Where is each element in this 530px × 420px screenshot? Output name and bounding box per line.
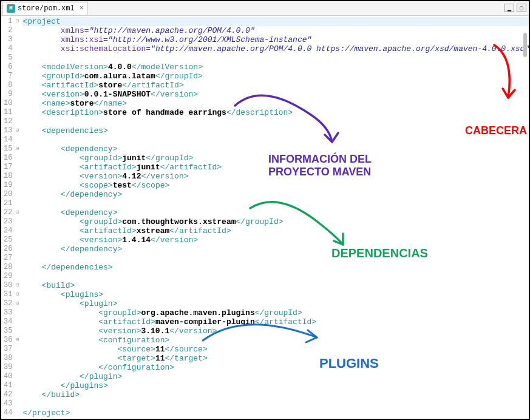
- line-number: 32⊟: [4, 299, 19, 308]
- line-number: 35: [4, 327, 19, 336]
- fold-toggle-icon[interactable]: ⊟: [13, 208, 19, 217]
- code-line[interactable]: xsi:schemaLocation="http://maven.apache.…: [22, 44, 529, 53]
- line-number: 31⊟: [4, 290, 19, 299]
- code-line[interactable]: <scope>test</scope>: [22, 181, 529, 190]
- fold-toggle-icon[interactable]: ⊟: [13, 336, 19, 345]
- code-line[interactable]: <version>0.0.1-SNAPSHOT</version>: [22, 90, 529, 99]
- line-number: 16: [4, 154, 19, 163]
- line-number: 17: [4, 163, 19, 172]
- line-number: 37: [4, 345, 19, 354]
- code-content[interactable]: <project xmlns="http://maven.apache.org/…: [22, 16, 529, 419]
- vertical-scrollbar[interactable]: [523, 33, 527, 57]
- line-number: 4: [4, 44, 19, 53]
- code-line[interactable]: [22, 53, 529, 63]
- line-number: 42: [4, 390, 19, 399]
- line-number: 34: [4, 317, 19, 327]
- code-line[interactable]: <plugin>: [22, 299, 529, 308]
- code-line[interactable]: <groupId>com.thoughtworks.xstream</group…: [22, 217, 529, 226]
- code-line[interactable]: <modelVersion>4.0.0</modelVersion>: [22, 63, 529, 72]
- code-line[interactable]: <version>3.10.1</version>: [22, 327, 529, 336]
- code-line[interactable]: xmlns="http://maven.apache.org/POM/4.0.0…: [22, 26, 529, 35]
- code-line[interactable]: <groupId>com.alura.latam</groupId>: [22, 72, 529, 81]
- fold-toggle-icon[interactable]: ⊟: [13, 299, 19, 308]
- file-tab[interactable]: M store/pom.xml ×: [2, 2, 88, 15]
- code-line[interactable]: </dependency>: [22, 190, 529, 199]
- fold-toggle-icon[interactable]: ⊟: [13, 281, 19, 290]
- line-number: 3: [4, 35, 19, 44]
- code-line[interactable]: </dependencies>: [22, 263, 529, 272]
- code-line[interactable]: [22, 399, 529, 408]
- window-controls: ▁ ▢: [505, 4, 526, 12]
- code-line[interactable]: <dependency>: [22, 208, 529, 217]
- code-line[interactable]: <target>11</target>: [22, 354, 529, 363]
- code-line[interactable]: <name>store</name>: [22, 99, 529, 108]
- code-line[interactable]: [22, 254, 529, 263]
- line-number: 9: [4, 90, 19, 99]
- fold-toggle-icon[interactable]: ⊟: [13, 290, 19, 299]
- fold-toggle-icon[interactable]: ⊟: [13, 17, 19, 26]
- line-number: 43: [4, 399, 19, 408]
- line-number: 29: [4, 272, 19, 281]
- line-number: 2: [4, 26, 19, 35]
- code-line[interactable]: [22, 135, 529, 144]
- code-line[interactable]: <groupId>junit</groupId>: [22, 154, 529, 163]
- fold-toggle-icon[interactable]: ⊟: [13, 126, 19, 135]
- line-number: 28: [4, 263, 19, 272]
- maximize-button[interactable]: ▢: [517, 4, 526, 12]
- line-number: 19: [4, 181, 19, 190]
- code-line[interactable]: <groupId>org.apache.maven.plugins</group…: [22, 308, 529, 317]
- tab-close-button[interactable]: ×: [80, 4, 84, 13]
- minimize-button[interactable]: ▁: [505, 4, 514, 12]
- code-line[interactable]: [22, 272, 529, 281]
- code-editor[interactable]: 1⊟2345678910111213⊟1415⊟16171819202122⊟2…: [1, 16, 529, 419]
- line-number: 5: [4, 53, 19, 63]
- line-number: 20: [4, 190, 19, 199]
- line-number: 7: [4, 72, 19, 81]
- code-line[interactable]: </build>: [22, 390, 529, 399]
- code-line[interactable]: <version>1.4.14</version>: [22, 235, 529, 245]
- fold-toggle-icon[interactable]: ⊟: [13, 144, 19, 154]
- line-number: 8: [4, 81, 19, 90]
- line-number: 26: [4, 245, 19, 254]
- tab-filename: store/pom.xml: [18, 4, 75, 13]
- code-line[interactable]: </plugins>: [22, 381, 529, 390]
- code-line[interactable]: <artifactId>store</artifactId>: [22, 81, 529, 90]
- line-number: 36⊟: [4, 336, 19, 345]
- code-line[interactable]: <project: [22, 17, 529, 26]
- line-number: 33: [4, 308, 19, 317]
- line-number: 21: [4, 199, 19, 208]
- code-line[interactable]: <artifactId>maven-compiler-plugin</artif…: [22, 317, 529, 327]
- code-line[interactable]: [22, 117, 529, 126]
- code-line[interactable]: </configuration>: [22, 363, 529, 372]
- code-line[interactable]: <source>11</source>: [22, 345, 529, 354]
- code-line[interactable]: <artifactId>junit</artifactId>: [22, 163, 529, 172]
- line-number: 39: [4, 363, 19, 372]
- line-number: 11: [4, 108, 19, 117]
- code-line[interactable]: [22, 199, 529, 208]
- line-number: 40: [4, 372, 19, 381]
- tab-bar: M store/pom.xml × ▁ ▢: [1, 1, 529, 16]
- code-line[interactable]: <description>store of handmade earrings<…: [22, 108, 529, 117]
- line-number: 44: [4, 408, 19, 418]
- code-line[interactable]: <configuration>: [22, 336, 529, 345]
- code-line[interactable]: </dependency>: [22, 245, 529, 254]
- code-line[interactable]: </plugin>: [22, 372, 529, 381]
- line-number: 18: [4, 172, 19, 181]
- code-line[interactable]: <dependencies>: [22, 126, 529, 135]
- code-line[interactable]: <artifactId>xstream</artifactId>: [22, 226, 529, 235]
- code-line[interactable]: xmlns:xsi="http://www.w3.org/2001/XMLSch…: [22, 35, 529, 44]
- line-number: 41: [4, 381, 19, 390]
- line-number: 30⊟: [4, 281, 19, 290]
- line-gutter: 1⊟2345678910111213⊟1415⊟16171819202122⊟2…: [1, 16, 22, 419]
- code-line[interactable]: <plugins>: [22, 290, 529, 299]
- code-line[interactable]: <version>4.12</version>: [22, 172, 529, 181]
- code-line[interactable]: </project>: [22, 408, 529, 418]
- line-number: 15⊟: [4, 144, 19, 154]
- line-number: 13⊟: [4, 126, 19, 135]
- line-number: 38: [4, 354, 19, 363]
- line-number: 12: [4, 117, 19, 126]
- line-number: 23: [4, 217, 19, 226]
- line-number: 1⊟: [4, 17, 19, 26]
- code-line[interactable]: <dependency>: [22, 144, 529, 154]
- code-line[interactable]: <build>: [22, 281, 529, 290]
